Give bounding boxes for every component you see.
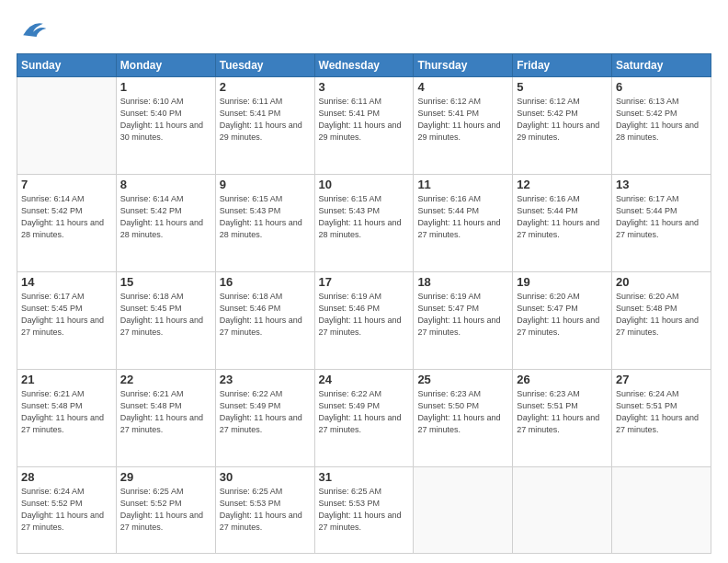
calendar-cell: 10Sunrise: 6:15 AMSunset: 5:43 PMDayligh… [314,175,414,272]
day-number: 2 [220,80,311,94]
day-number: 20 [616,275,707,289]
cell-info: Sunrise: 6:25 AMSunset: 5:53 PMDaylight:… [319,486,410,534]
calendar-cell: 23Sunrise: 6:22 AMSunset: 5:49 PMDayligh… [215,370,314,467]
day-number: 25 [417,373,508,386]
calendar-cell: 29Sunrise: 6:25 AMSunset: 5:52 PMDayligh… [116,467,215,554]
cell-info: Sunrise: 6:24 AMSunset: 5:51 PMDaylight:… [616,388,707,436]
day-number: 31 [319,470,410,484]
cell-info: Sunrise: 6:17 AMSunset: 5:44 PMDaylight:… [616,193,707,241]
cell-info: Sunrise: 6:10 AMSunset: 5:40 PMDaylight:… [120,96,211,144]
calendar-cell: 8Sunrise: 6:14 AMSunset: 5:42 PMDaylight… [116,175,215,272]
day-number: 30 [220,470,311,484]
logo-icon [17,17,50,42]
calendar-week-4: 21Sunrise: 6:21 AMSunset: 5:48 PMDayligh… [17,370,711,467]
cell-info: Sunrise: 6:25 AMSunset: 5:52 PMDaylight:… [120,486,211,534]
calendar-week-5: 28Sunrise: 6:24 AMSunset: 5:52 PMDayligh… [17,467,711,554]
cell-info: Sunrise: 6:23 AMSunset: 5:50 PMDaylight:… [417,388,508,436]
page: SundayMondayTuesdayWednesdayThursdayFrid… [0,0,728,563]
weekday-tuesday: Tuesday [215,54,314,77]
cell-info: Sunrise: 6:14 AMSunset: 5:42 PMDaylight:… [21,193,112,241]
day-number: 1 [120,80,211,94]
cell-info: Sunrise: 6:20 AMSunset: 5:47 PMDaylight:… [517,291,608,339]
cell-info: Sunrise: 6:16 AMSunset: 5:44 PMDaylight:… [517,193,608,241]
cell-info: Sunrise: 6:12 AMSunset: 5:42 PMDaylight:… [517,96,608,144]
calendar-cell: 3Sunrise: 6:11 AMSunset: 5:41 PMDaylight… [314,77,414,175]
cell-info: Sunrise: 6:22 AMSunset: 5:49 PMDaylight:… [220,388,311,436]
day-number: 19 [517,275,608,289]
cell-info: Sunrise: 6:23 AMSunset: 5:51 PMDaylight:… [517,388,608,436]
day-number: 8 [120,178,211,191]
calendar-cell: 7Sunrise: 6:14 AMSunset: 5:42 PMDaylight… [17,175,117,272]
day-number: 13 [616,178,707,191]
calendar-cell: 15Sunrise: 6:18 AMSunset: 5:45 PMDayligh… [116,272,215,370]
cell-info: Sunrise: 6:20 AMSunset: 5:48 PMDaylight:… [616,291,707,339]
day-number: 11 [417,178,508,191]
day-number: 4 [417,80,508,94]
day-number: 16 [220,275,311,289]
calendar-cell: 1Sunrise: 6:10 AMSunset: 5:40 PMDaylight… [116,77,215,175]
calendar-table: SundayMondayTuesdayWednesdayThursdayFrid… [17,53,711,554]
cell-info: Sunrise: 6:15 AMSunset: 5:43 PMDaylight:… [220,193,311,241]
cell-info: Sunrise: 6:11 AMSunset: 5:41 PMDaylight:… [319,96,410,144]
cell-info: Sunrise: 6:18 AMSunset: 5:45 PMDaylight:… [120,291,211,339]
calendar-cell: 20Sunrise: 6:20 AMSunset: 5:48 PMDayligh… [612,272,711,370]
calendar-cell: 13Sunrise: 6:17 AMSunset: 5:44 PMDayligh… [612,175,711,272]
cell-info: Sunrise: 6:16 AMSunset: 5:44 PMDaylight:… [417,193,508,241]
day-number: 15 [120,275,211,289]
day-number: 7 [21,178,112,191]
calendar-cell: 6Sunrise: 6:13 AMSunset: 5:42 PMDaylight… [612,77,711,175]
cell-info: Sunrise: 6:21 AMSunset: 5:48 PMDaylight:… [21,388,112,436]
day-number: 14 [21,275,112,289]
day-number: 18 [417,275,508,289]
calendar-cell: 25Sunrise: 6:23 AMSunset: 5:50 PMDayligh… [414,370,513,467]
calendar-cell: 11Sunrise: 6:16 AMSunset: 5:44 PMDayligh… [414,175,513,272]
day-number: 24 [319,373,410,386]
calendar-cell: 14Sunrise: 6:17 AMSunset: 5:45 PMDayligh… [17,272,117,370]
calendar-cell: 2Sunrise: 6:11 AMSunset: 5:41 PMDaylight… [215,77,314,175]
calendar-cell: 16Sunrise: 6:18 AMSunset: 5:46 PMDayligh… [215,272,314,370]
day-number: 17 [319,275,410,289]
calendar-cell [513,467,612,554]
day-number: 6 [616,80,707,94]
day-number: 21 [21,373,112,386]
cell-info: Sunrise: 6:13 AMSunset: 5:42 PMDaylight:… [616,96,707,144]
calendar-cell: 18Sunrise: 6:19 AMSunset: 5:47 PMDayligh… [414,272,513,370]
cell-info: Sunrise: 6:25 AMSunset: 5:53 PMDaylight:… [220,486,311,534]
weekday-saturday: Saturday [612,54,711,77]
calendar-cell: 9Sunrise: 6:15 AMSunset: 5:43 PMDaylight… [215,175,314,272]
day-number: 29 [120,470,211,484]
day-number: 22 [120,373,211,386]
cell-info: Sunrise: 6:24 AMSunset: 5:52 PMDaylight:… [21,486,112,534]
calendar-cell: 22Sunrise: 6:21 AMSunset: 5:48 PMDayligh… [116,370,215,467]
day-number: 12 [517,178,608,191]
calendar-cell [612,467,711,554]
weekday-wednesday: Wednesday [314,54,414,77]
day-number: 9 [220,178,311,191]
cell-info: Sunrise: 6:12 AMSunset: 5:41 PMDaylight:… [417,96,508,144]
calendar-cell: 17Sunrise: 6:19 AMSunset: 5:46 PMDayligh… [314,272,414,370]
cell-info: Sunrise: 6:17 AMSunset: 5:45 PMDaylight:… [21,291,112,339]
calendar-week-3: 14Sunrise: 6:17 AMSunset: 5:45 PMDayligh… [17,272,711,370]
header [17,17,711,42]
calendar-cell: 27Sunrise: 6:24 AMSunset: 5:51 PMDayligh… [612,370,711,467]
day-number: 23 [220,373,311,386]
day-number: 5 [517,80,608,94]
calendar-cell: 28Sunrise: 6:24 AMSunset: 5:52 PMDayligh… [17,467,117,554]
calendar-cell: 31Sunrise: 6:25 AMSunset: 5:53 PMDayligh… [314,467,414,554]
cell-info: Sunrise: 6:14 AMSunset: 5:42 PMDaylight:… [120,193,211,241]
calendar-week-1: 1Sunrise: 6:10 AMSunset: 5:40 PMDaylight… [17,77,711,175]
day-number: 3 [319,80,410,94]
cell-info: Sunrise: 6:18 AMSunset: 5:46 PMDaylight:… [220,291,311,339]
calendar-cell: 12Sunrise: 6:16 AMSunset: 5:44 PMDayligh… [513,175,612,272]
weekday-sunday: Sunday [17,54,117,77]
calendar-week-2: 7Sunrise: 6:14 AMSunset: 5:42 PMDaylight… [17,175,711,272]
calendar-cell: 24Sunrise: 6:22 AMSunset: 5:49 PMDayligh… [314,370,414,467]
cell-info: Sunrise: 6:19 AMSunset: 5:47 PMDaylight:… [417,291,508,339]
cell-info: Sunrise: 6:22 AMSunset: 5:49 PMDaylight:… [319,388,410,436]
day-number: 28 [21,470,112,484]
cell-info: Sunrise: 6:19 AMSunset: 5:46 PMDaylight:… [319,291,410,339]
day-number: 10 [319,178,410,191]
calendar-cell: 5Sunrise: 6:12 AMSunset: 5:42 PMDaylight… [513,77,612,175]
weekday-friday: Friday [513,54,612,77]
day-number: 26 [517,373,608,386]
